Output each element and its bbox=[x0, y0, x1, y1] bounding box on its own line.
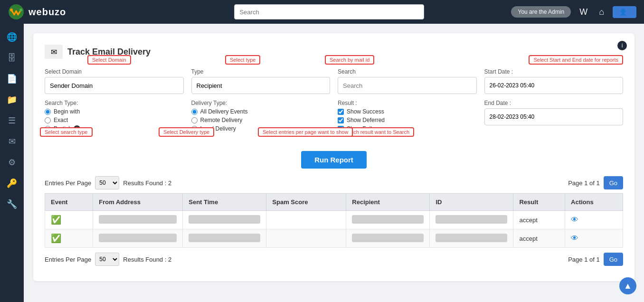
result-accept-2: accept bbox=[519, 235, 537, 242]
run-report-button[interactable]: Run Report bbox=[301, 151, 367, 169]
wordpress-icon-btn[interactable]: W bbox=[577, 5, 590, 19]
result-success[interactable]: Show Success bbox=[338, 108, 477, 115]
search-label: Search bbox=[338, 68, 477, 75]
event-cell-2: ✅ bbox=[45, 229, 93, 248]
start-date-group: Start Date : bbox=[484, 68, 624, 94]
content-area: ✉ Track Email Delivery i Select Domain bbox=[24, 24, 644, 302]
result-cell-1: accept bbox=[513, 211, 565, 229]
table-section: Entries Per Page 10 25 50 100 Results Fo… bbox=[45, 176, 623, 266]
col-sent-time: Sent Time bbox=[183, 194, 266, 211]
table-controls-right-top: Page 1 of 1 Go bbox=[568, 176, 623, 189]
search-type-exact-radio[interactable] bbox=[45, 117, 51, 123]
type-group: Type bbox=[191, 68, 331, 94]
table-row: ✅ accept 👁 bbox=[45, 211, 623, 229]
result-success-checkbox[interactable] bbox=[338, 109, 344, 115]
sidebar: 🌐 🗄 📄 📁 ☰ ✉ ⚙ 🔑 🔧 bbox=[0, 24, 24, 302]
search-group: Search bbox=[338, 68, 477, 94]
app-name: webuzo bbox=[28, 7, 66, 18]
sidebar-item-email[interactable]: ✉ bbox=[3, 133, 20, 150]
user-button[interactable]: 👤 bbox=[613, 6, 636, 18]
end-date-input[interactable] bbox=[484, 108, 624, 125]
search-input[interactable] bbox=[338, 77, 477, 94]
search-type-begin-with[interactable]: Begin with bbox=[45, 108, 184, 115]
info-icon-btn[interactable]: i bbox=[617, 41, 627, 50]
result-failures[interactable]: Show Failures bbox=[338, 125, 477, 132]
results-found-top: Results Found : 2 bbox=[123, 179, 171, 187]
results-found-bottom: Results Found : 2 bbox=[123, 256, 171, 263]
spam-score-cell-1 bbox=[266, 211, 346, 229]
delivery-remote-label: Remote Delivery bbox=[200, 117, 243, 123]
sidebar-item-wrench[interactable]: 🔧 bbox=[3, 196, 20, 213]
sidebar-item-file[interactable]: 📄 bbox=[3, 70, 20, 87]
result-failures-checkbox[interactable] bbox=[338, 126, 344, 132]
info-icon: i bbox=[622, 42, 623, 49]
result-deferred[interactable]: Show Deferred bbox=[338, 117, 477, 123]
from-address-placeholder-2 bbox=[99, 234, 177, 242]
go-button-bottom[interactable]: Go bbox=[604, 253, 623, 266]
table-controls-left-bottom: Entries Per Page 10 25 50 100 Results Fo… bbox=[45, 253, 171, 266]
sent-time-placeholder-2 bbox=[189, 234, 260, 242]
entries-per-page-label-bottom: Entries Per Page bbox=[45, 256, 91, 263]
search-type-begin-radio[interactable] bbox=[45, 109, 51, 115]
table-controls-right-bottom: Page 1 of 1 Go bbox=[568, 253, 623, 266]
search-type-partial-radio[interactable] bbox=[45, 126, 51, 132]
id-placeholder-1 bbox=[436, 215, 507, 224]
search-type-partial[interactable]: Partial i bbox=[45, 125, 184, 132]
eye-icon-1[interactable]: 👁 bbox=[571, 216, 578, 224]
eye-icon-2[interactable]: 👁 bbox=[571, 234, 578, 242]
sidebar-item-globe[interactable]: 🌐 bbox=[3, 28, 20, 46]
table-controls-left-top: Entries Per Page 10 25 50 100 Results Fo… bbox=[45, 176, 171, 189]
delivery-local[interactable]: Local Delivery bbox=[191, 125, 331, 132]
delivery-local-radio[interactable] bbox=[191, 126, 198, 132]
col-actions: Actions bbox=[565, 194, 623, 211]
scroll-to-top-button[interactable]: ▲ bbox=[619, 277, 636, 294]
spam-score-cell-2 bbox=[266, 229, 346, 248]
result-deferred-checkbox[interactable] bbox=[338, 117, 344, 123]
search-type-partial-label: Partial bbox=[54, 125, 70, 132]
track-email-card: ✉ Track Email Delivery i Select Domain bbox=[33, 33, 635, 281]
table-body: ✅ accept 👁 bbox=[45, 211, 623, 248]
id-cell-2 bbox=[430, 229, 513, 248]
recipient-placeholder-2 bbox=[352, 234, 424, 242]
recipient-cell-2 bbox=[346, 229, 430, 248]
delivery-remote-radio[interactable] bbox=[191, 117, 198, 123]
entries-per-page-select-bottom[interactable]: 10 25 50 100 bbox=[95, 253, 119, 266]
result-deferred-label: Show Deferred bbox=[347, 117, 385, 123]
sidebar-item-settings[interactable]: ⚙ bbox=[3, 154, 20, 171]
search-type-begin-label: Begin with bbox=[54, 108, 80, 115]
select-domain-label: Select Domain bbox=[45, 68, 184, 75]
go-button-top[interactable]: Go bbox=[604, 176, 623, 189]
type-input[interactable] bbox=[191, 77, 331, 94]
delivery-type-radio-group: All Delivery Events Remote Delivery Loca… bbox=[191, 108, 331, 132]
table-row: ✅ accept 👁 bbox=[45, 229, 623, 248]
col-result: Result bbox=[513, 194, 565, 211]
search-type-group: Search Type: Begin with Exact bbox=[45, 100, 184, 132]
id-placeholder-2 bbox=[436, 234, 507, 242]
from-address-placeholder-1 bbox=[99, 215, 177, 224]
result-cell-2: accept bbox=[513, 229, 565, 248]
start-date-input[interactable] bbox=[484, 77, 624, 94]
card-title: Track Email Delivery bbox=[67, 47, 151, 57]
svg-point-2 bbox=[19, 9, 22, 11]
home-icon-btn[interactable]: ⌂ bbox=[596, 5, 607, 19]
nav-search-input[interactable] bbox=[234, 4, 424, 19]
actions-cell-2: 👁 bbox=[565, 229, 623, 248]
delivery-remote[interactable]: Remote Delivery bbox=[191, 117, 331, 123]
end-date-label: End Date : bbox=[484, 100, 624, 106]
search-type-exact[interactable]: Exact bbox=[45, 117, 184, 123]
user-icon: 👤 bbox=[619, 9, 627, 16]
sidebar-item-folder[interactable]: 📁 bbox=[3, 91, 20, 108]
delivery-all-radio[interactable] bbox=[191, 109, 198, 115]
select-domain-input[interactable] bbox=[45, 77, 184, 94]
delivery-all-events[interactable]: All Delivery Events bbox=[191, 108, 331, 115]
entries-per-page-select-top[interactable]: 10 25 50 100 bbox=[95, 176, 119, 189]
sidebar-item-table[interactable]: ☰ bbox=[3, 112, 20, 129]
home-icon: ⌂ bbox=[599, 7, 604, 17]
sidebar-item-key[interactable]: 🔑 bbox=[3, 175, 20, 192]
col-from-address: From Address bbox=[93, 194, 183, 211]
mail-icon-wrap: ✉ bbox=[45, 45, 63, 59]
arrow-up-icon: ▲ bbox=[624, 281, 632, 291]
form-section: Select Domain Type Search Start bbox=[45, 68, 623, 169]
sidebar-item-database[interactable]: 🗄 bbox=[3, 49, 20, 66]
end-date-group: End Date : bbox=[484, 100, 624, 132]
